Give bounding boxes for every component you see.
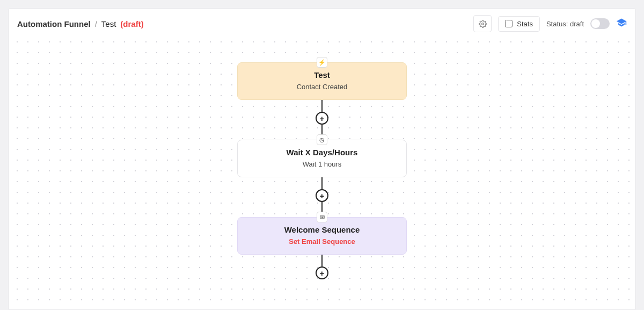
trigger-subtitle: Contact Created [243,83,401,91]
connector-line [321,177,323,189]
connector-line [321,255,323,266]
flow-canvas[interactable]: ⚡ Test Contact Created + ◷ Wait X Days/H… [8,33,636,310]
breadcrumb: Automation Funnel / Test (draft) [17,19,144,28]
add-step-button[interactable]: + [316,189,328,202]
stats-label: Stats [517,20,533,28]
action-subtitle: Set Email Sequence [243,237,401,246]
header-actions: Stats Status: draft [473,15,627,32]
connector-line [321,100,323,112]
breadcrumb-status: (draft) [120,19,143,28]
clock-icon: ◷ [317,134,327,145]
email-icon: ✉ [317,212,327,222]
wait-node[interactable]: ◷ Wait X Days/Hours Wait 1 hours [237,140,407,177]
help-button[interactable] [616,17,627,30]
stats-toggle[interactable]: Stats [498,16,540,32]
graduation-cap-icon [616,17,627,28]
add-step-button[interactable]: + [316,112,328,125]
wait-title: Wait X Days/Hours [243,148,401,157]
trigger-title: Test [243,70,401,80]
trigger-node[interactable]: ⚡ Test Contact Created [237,62,407,100]
breadcrumb-root[interactable]: Automation Funnel [17,19,91,28]
breadcrumb-separator: / [95,19,97,28]
action-node[interactable]: ✉ Welcome Sequence Set Email Sequence [237,217,407,255]
lightning-icon: ⚡ [317,57,327,68]
wait-subtitle: Wait 1 hours [243,160,401,168]
gear-icon [479,20,487,28]
settings-button[interactable] [473,15,492,32]
add-step-button[interactable]: + [316,266,328,279]
status-label: Status: draft [546,20,584,28]
flow-container: ⚡ Test Contact Created + ◷ Wait X Days/H… [9,33,635,279]
publish-toggle[interactable] [590,18,610,29]
svg-point-0 [481,23,484,25]
stats-checkbox[interactable] [505,20,513,27]
breadcrumb-name: Test [101,19,116,28]
action-title: Welcome Sequence [243,225,401,234]
